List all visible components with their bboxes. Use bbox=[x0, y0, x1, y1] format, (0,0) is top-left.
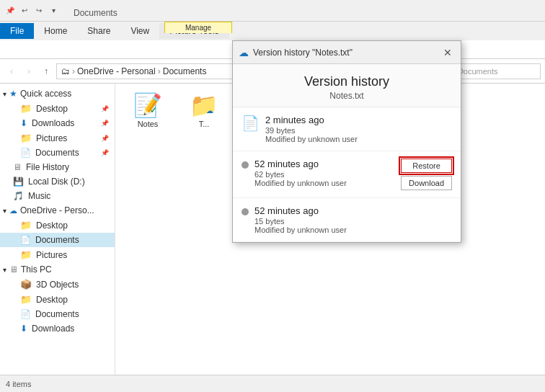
dialog-cloud-icon: ☁ bbox=[239, 47, 249, 58]
version-info-1: 2 minutes ago 39 bytes Modified by unkno… bbox=[265, 115, 452, 143]
version-actions-2: Restore Download bbox=[401, 159, 452, 190]
dialog-header-sub: Notes.txt bbox=[242, 91, 452, 101]
version-size-1: 39 bytes bbox=[265, 126, 452, 135]
version-time-2: 52 minutes ago bbox=[254, 159, 395, 169]
version-info-3: 52 minutes ago 15 bytes Modified by unkn… bbox=[254, 205, 452, 234]
version-size-2: 62 bytes bbox=[254, 170, 395, 179]
version-time-1: 2 minutes ago bbox=[265, 115, 452, 125]
version-user-3: Modified by unknown user bbox=[254, 226, 452, 234]
version-entry-3[interactable]: 52 minutes ago 15 bytes Modified by unkn… bbox=[233, 198, 461, 242]
version-dot-2 bbox=[242, 161, 249, 169]
dialog-header: Version history Notes.txt bbox=[233, 64, 461, 107]
version-entry-2[interactable]: 52 minutes ago 62 bytes Modified by unkn… bbox=[233, 151, 461, 198]
dialog-title: Version history "Notes.txt" bbox=[253, 48, 436, 58]
version-dot-3 bbox=[242, 208, 249, 215]
version-history-dialog: ☁ Version history "Notes.txt" ✕ Version … bbox=[232, 40, 461, 243]
dialog-header-title: Version history bbox=[242, 74, 452, 89]
restore-button[interactable]: Restore bbox=[401, 159, 452, 173]
version-user-2: Modified by unknown user bbox=[254, 179, 395, 187]
version-user-1: Modified by unknown user bbox=[265, 135, 452, 143]
dialog-close-button[interactable]: ✕ bbox=[440, 45, 455, 60]
doc-icon: 📄 bbox=[242, 115, 260, 132]
version-time-3: 52 minutes ago bbox=[254, 205, 452, 216]
dialog-body: 📄 2 minutes ago 39 bytes Modified by unk… bbox=[233, 107, 461, 242]
version-size-3: 15 bytes bbox=[254, 217, 452, 226]
download-button[interactable]: Download bbox=[401, 176, 452, 190]
version-entry-1[interactable]: 📄 2 minutes ago 39 bytes Modified by unk… bbox=[233, 107, 461, 151]
version-info-2: 52 minutes ago 62 bytes Modified by unkn… bbox=[254, 159, 395, 187]
dialog-titlebar: ☁ Version history "Notes.txt" ✕ bbox=[233, 41, 461, 64]
dialog-overlay: ☁ Version history "Notes.txt" ✕ Version … bbox=[0, 0, 545, 392]
